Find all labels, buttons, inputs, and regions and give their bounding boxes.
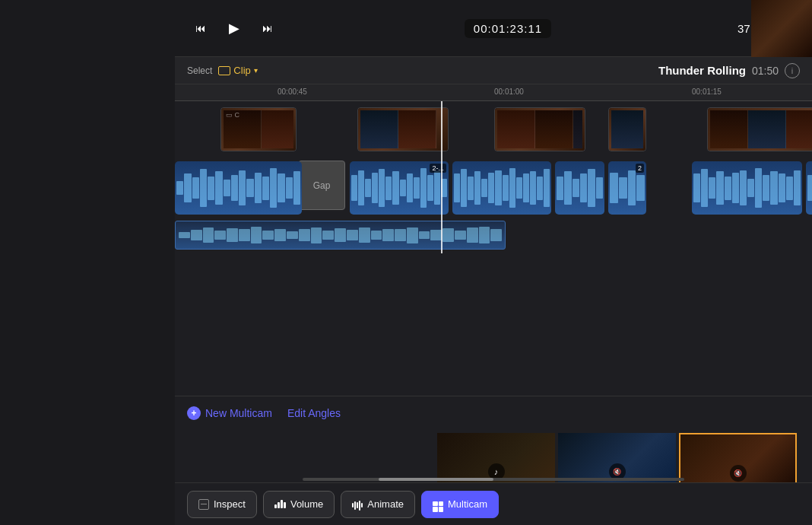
mute-icon-2: 🔇: [613, 468, 621, 476]
ruler-mark-1: 00:00:45: [278, 88, 307, 96]
playhead: [441, 101, 442, 253]
timeline-header: Select Clip ▾ Thunder Rolling 01:50 i: [175, 57, 812, 84]
timeline-ruler: 00:00:45 00:01:00 00:01:15: [175, 84, 812, 101]
gap-clip[interactable]: Gap: [298, 161, 345, 210]
track-duration: 01:50: [752, 65, 779, 77]
multicam-label: Multicam: [448, 498, 487, 510]
skip-back-button[interactable]: ⏮: [190, 18, 211, 39]
animate-button[interactable]: Animate: [341, 491, 415, 518]
plus-circle-icon: +: [187, 406, 201, 420]
video-clip-2[interactable]: [357, 107, 449, 151]
waveform-5: [555, 161, 604, 215]
video-clip-4[interactable]: [608, 107, 646, 151]
animate-label: Animate: [367, 498, 404, 510]
track-title: Thunder Rolling: [658, 64, 746, 77]
audio-main-clip-7[interactable]: [692, 161, 802, 215]
multicam-icon: [433, 496, 443, 512]
audio-main-clip-3[interactable]: 2-...: [350, 161, 449, 215]
volume-label: Volume: [290, 498, 323, 510]
preview-thumb: [751, 0, 812, 57]
ruler-mark-2: 00:01:00: [494, 88, 524, 96]
plus-icon: +: [191, 408, 196, 418]
zoom-value: 37: [737, 22, 750, 35]
multicam-button[interactable]: Multicam: [421, 491, 499, 518]
new-multicam-label: New Multicam: [205, 407, 272, 419]
video-clip-3[interactable]: [494, 107, 585, 151]
animate-icon: [352, 498, 363, 511]
skip-forward-button[interactable]: ⏭: [257, 18, 278, 39]
waveform-8: [806, 161, 812, 215]
timecode-value: 00:01:23:11: [474, 22, 542, 35]
video-track-row: ▭ C: [175, 105, 812, 154]
select-label: Select: [187, 65, 212, 76]
volume-button[interactable]: Volume: [263, 491, 335, 518]
clip-label: Clip: [233, 65, 250, 76]
multicam-toolbar: + New Multicam Edit Angles: [175, 396, 812, 430]
skip-back-icon: ⏮: [195, 22, 206, 34]
edit-angles-button[interactable]: Edit Angles: [287, 407, 341, 419]
header-right: Thunder Rolling 01:50 i: [658, 63, 800, 78]
waveform-4: [452, 161, 551, 215]
bottom-toolbar: Inspect Volume: [175, 482, 812, 525]
play-icon: ▶: [229, 20, 239, 37]
audio-main-clip-5[interactable]: [555, 161, 604, 215]
waveform-7: [692, 161, 802, 215]
timeline-area: ▭ C: [175, 101, 812, 253]
ruler-mark-3: 00:01:15: [692, 88, 722, 96]
top-right-preview: [751, 0, 812, 57]
video-clip-3-inner: [495, 108, 585, 151]
timecode-display: 00:01:23:11: [465, 19, 551, 38]
camera-icon-1: ▭ C: [226, 111, 239, 119]
info-button[interactable]: i: [785, 63, 800, 78]
video-clip-2-inner: [358, 108, 448, 151]
scrollbar-area: [175, 476, 812, 482]
video-clip-1-inner: ▭ C: [221, 108, 296, 151]
main-clip-container: Gap 2-...: [175, 158, 812, 218]
chevron-down-icon: ▾: [254, 66, 258, 75]
video-clip-5[interactable]: [707, 107, 812, 151]
skip-forward-icon: ⏭: [262, 22, 273, 34]
scrollbar-track: [303, 478, 685, 481]
scrollbar-thumb[interactable]: [379, 478, 493, 481]
inspect-icon: [198, 499, 209, 510]
info-icon: i: [791, 66, 793, 75]
video-clip-4-inner: [609, 108, 645, 151]
left-panel: [0, 0, 175, 525]
volume-icon: [274, 498, 286, 511]
mute-icon-3: 🔇: [734, 469, 742, 477]
play-button[interactable]: ▶: [224, 18, 245, 39]
audio-main-clip-4[interactable]: [452, 161, 551, 215]
audio-main-clip-6[interactable]: 2: [608, 161, 646, 215]
audio-main-clip-1[interactable]: [175, 161, 302, 215]
clip-badge-3: 2-...: [430, 164, 446, 173]
device-frame: ⏮ ▶ ⏭ 00:01:23:11 37 % ⤢: [0, 0, 812, 525]
inspect-label: Inspect: [214, 498, 246, 510]
new-multicam-button[interactable]: + New Multicam: [187, 406, 272, 420]
selection-waveform: [176, 221, 505, 249]
clip-badge-6: 2: [636, 164, 644, 173]
inspect-button[interactable]: Inspect: [187, 491, 257, 518]
blue-selection-bar: [175, 221, 506, 250]
clip-selector[interactable]: Clip ▾: [218, 65, 257, 76]
preview-bar: ⏮ ▶ ⏭ 00:01:23:11 37 % ⤢: [175, 0, 812, 57]
gap-label: Gap: [313, 180, 331, 191]
transport-controls: ⏮ ▶ ⏭: [190, 18, 278, 39]
video-clip-5-inner: [708, 108, 812, 151]
music-icon-1: ♪: [494, 467, 499, 476]
app-container: ⏮ ▶ ⏭ 00:01:23:11 37 % ⤢: [175, 0, 812, 525]
clip-icon: [218, 66, 230, 75]
audio-main-clip-8[interactable]: [806, 161, 812, 215]
waveform-1: [175, 161, 302, 215]
video-clip-1[interactable]: ▭ C: [220, 107, 297, 151]
